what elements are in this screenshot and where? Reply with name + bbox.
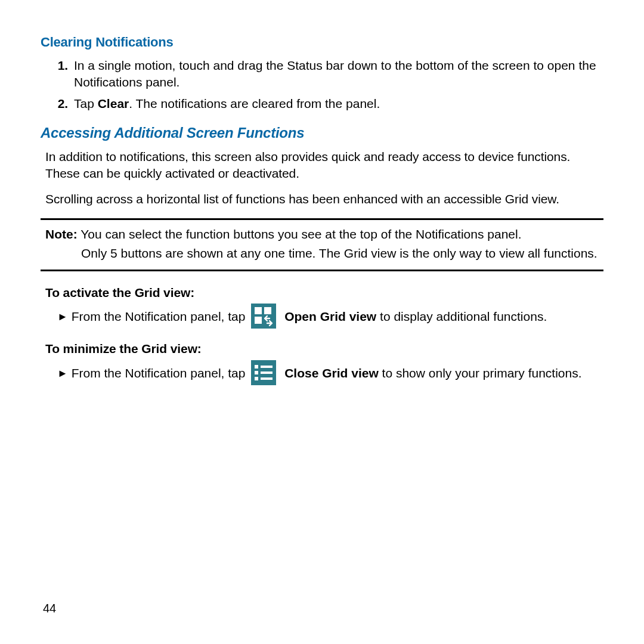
- step-2-text-before: Tap: [74, 97, 98, 110]
- step-2-bold: Clear: [98, 97, 129, 110]
- step-1: In a single motion, touch and drag the S…: [72, 57, 603, 91]
- activate-bold: Open Grid view: [284, 309, 376, 323]
- page-number: 44: [43, 600, 56, 617]
- svg-rect-1: [264, 307, 271, 314]
- svg-rect-8: [261, 377, 273, 380]
- svg-rect-5: [255, 377, 258, 380]
- minimize-grid-row: ► From the Notification panel, tap Close…: [57, 361, 603, 386]
- step-1-text: In a single motion, touch and drag the S…: [74, 58, 596, 89]
- accessing-para-1: In addition to notifications, this scree…: [45, 148, 603, 182]
- activate-after: to display additional functions.: [376, 309, 547, 323]
- svg-rect-7: [261, 371, 273, 374]
- note-line-2: Only 5 buttons are shown at any one time…: [81, 245, 603, 262]
- activate-before: From the Notification panel, tap: [68, 309, 249, 323]
- svg-rect-6: [261, 366, 273, 368]
- note-block: Note: You can select the function button…: [41, 218, 603, 271]
- minimize-grid-heading: To minimize the Grid view:: [45, 340, 603, 357]
- svg-rect-3: [255, 365, 258, 369]
- minimize-bold: Close Grid view: [284, 366, 379, 379]
- minimize-after: to show only your primary functions.: [379, 366, 582, 379]
- arrow-icon: ►: [57, 367, 68, 379]
- svg-rect-2: [255, 317, 262, 324]
- section-heading-clearing: Clearing Notifications: [41, 33, 603, 51]
- step-2: Tap Clear. The notifications are cleared…: [72, 95, 603, 112]
- note-line-1: You can select the function buttons you …: [78, 227, 522, 241]
- section-heading-accessing: Accessing Additional Screen Functions: [41, 123, 603, 143]
- step-2-text-after: . The notifications are cleared from the…: [129, 97, 380, 110]
- activate-grid-row: ► From the Notification panel, tap Open …: [57, 305, 603, 330]
- minimize-before: From the Notification panel, tap: [68, 366, 249, 379]
- accessing-para-2: Scrolling across a horizontal list of fu…: [45, 191, 603, 208]
- note-label: Note:: [45, 227, 78, 241]
- svg-rect-4: [255, 371, 258, 374]
- close-grid-view-icon: [251, 360, 276, 385]
- arrow-icon: ►: [57, 311, 68, 323]
- svg-rect-0: [255, 307, 262, 314]
- activate-grid-heading: To activate the Grid view:: [45, 284, 603, 301]
- open-grid-view-icon: [251, 304, 276, 329]
- clearing-steps-list: In a single motion, touch and drag the S…: [41, 57, 603, 113]
